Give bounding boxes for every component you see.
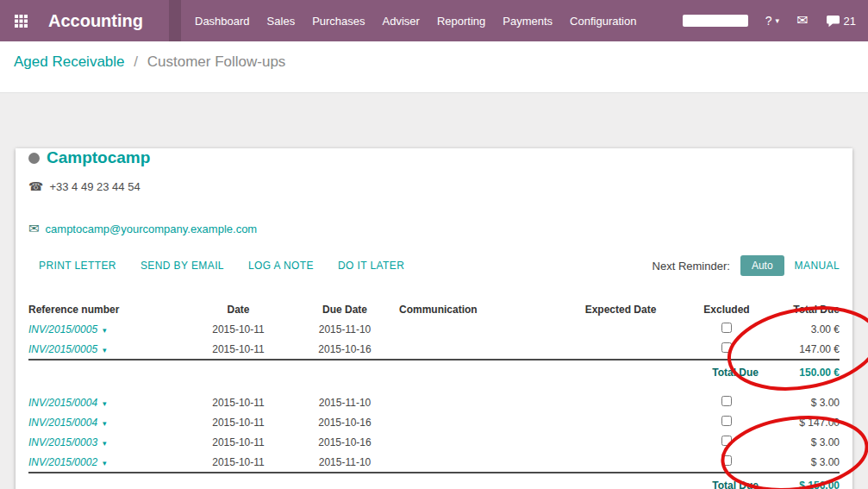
total-row-spacer	[28, 473, 690, 489]
menu-adviser[interactable]: Adviser	[374, 15, 428, 28]
invoice-ref-cell: INV/2015/0004▾	[28, 392, 181, 412]
print-letter-button[interactable]: PRINT LETTER	[39, 260, 116, 272]
invoice-date: 2015-10-11	[181, 432, 296, 452]
followup-card: Camptocamp ☎ +33 4 49 23 44 54 ✉ camptoc…	[16, 148, 852, 489]
breadcrumb-aged-receivable[interactable]: Aged Receivable	[14, 53, 125, 70]
chevron-down-icon[interactable]: ▾	[103, 326, 107, 335]
messages-indicator[interactable]: 21	[826, 15, 856, 28]
invoice-communication	[394, 339, 552, 360]
invoice-date: 2015-10-11	[181, 319, 296, 339]
invoice-row: INV/2015/0005▾2015-10-112015-11-103.00 €	[28, 319, 840, 339]
invoice-date: 2015-10-11	[181, 452, 296, 473]
invoice-excluded-cell	[690, 392, 764, 412]
menu-divider	[169, 0, 181, 41]
do-it-later-button[interactable]: DO IT LATER	[338, 260, 404, 272]
message-count: 21	[844, 15, 856, 28]
log-a-note-button[interactable]: LOG A NOTE	[248, 260, 314, 272]
invoice-expected-date	[552, 432, 690, 452]
customer-name[interactable]: Camptocamp	[47, 148, 150, 167]
invoice-communication	[394, 452, 552, 473]
invoice-expected-date	[552, 392, 690, 412]
total-due-amount: 150.00 €	[764, 360, 840, 385]
total-due-label: Total Due	[690, 473, 764, 489]
invoice-expected-date	[552, 452, 690, 473]
invoice-ref-cell: INV/2015/0004▾	[28, 412, 181, 432]
menu-sales[interactable]: Sales	[259, 15, 304, 28]
excluded-checkbox[interactable]	[721, 416, 732, 426]
invoice-ref-link[interactable]: INV/2015/0003	[28, 436, 97, 448]
invoice-row: INV/2015/0002▾2015-10-112015-11-10$ 3.00	[28, 452, 840, 473]
top-menu: Dashboard Sales Purchases Adviser Report…	[186, 15, 645, 28]
invoice-total-due: 147.00 €	[764, 339, 840, 360]
invoice-communication	[394, 319, 552, 339]
apps-menu-icon[interactable]	[0, 0, 41, 41]
menu-payments[interactable]: Payments	[494, 15, 561, 28]
content-area: Camptocamp ☎ +33 4 49 23 44 54 ✉ camptoc…	[0, 93, 868, 489]
chevron-down-icon[interactable]: ▾	[103, 399, 107, 408]
excluded-checkbox[interactable]	[721, 323, 732, 333]
topbar-search-input[interactable]	[683, 15, 748, 27]
partner-status-icon	[28, 153, 40, 164]
customer-phone: +33 4 49 23 44 54	[49, 180, 140, 193]
breadcrumb: Aged Receivable / Customer Follow-ups	[14, 53, 854, 71]
menu-reporting[interactable]: Reporting	[428, 15, 494, 28]
invoice-ref-link[interactable]: INV/2015/0004	[28, 417, 97, 429]
invoice-due-date: 2015-10-16	[296, 432, 394, 452]
breadcrumb-current: Customer Follow-ups	[147, 53, 286, 70]
excluded-checkbox[interactable]	[721, 436, 732, 446]
invoice-total-due: $ 3.00	[764, 392, 840, 412]
invoice-expected-date	[552, 319, 690, 339]
customer-header: Camptocamp	[28, 148, 840, 167]
envelope-icon: ✉	[28, 221, 40, 236]
grid-icon	[15, 15, 28, 28]
table-header-row: Reference number Date Due Date Communica…	[28, 300, 840, 319]
topbar: Accounting Dashboard Sales Purchases Adv…	[0, 0, 868, 41]
invoice-expected-date	[552, 339, 690, 360]
reminder-auto-button[interactable]: Auto	[740, 255, 784, 276]
invoice-ref-link[interactable]: INV/2015/0005	[28, 343, 97, 355]
excluded-checkbox[interactable]	[721, 455, 732, 466]
invoice-excluded-cell	[690, 319, 764, 339]
app-title[interactable]: Accounting	[48, 11, 143, 31]
invoice-ref-link[interactable]: INV/2015/0002	[28, 456, 97, 468]
email-line: ✉ camptocamp@yourcompany.example.com	[28, 221, 840, 236]
invoice-communication	[394, 412, 552, 432]
header-communication: Communication	[394, 300, 552, 319]
email-icon[interactable]: ✉	[796, 14, 808, 28]
total-row-spacer	[28, 360, 690, 385]
help-menu[interactable]: ? ▾	[765, 14, 779, 28]
excluded-checkbox[interactable]	[721, 342, 732, 353]
invoice-row: INV/2015/0005▾2015-10-112015-10-16147.00…	[28, 339, 840, 360]
send-by-email-button[interactable]: SEND BY EMAIL	[141, 260, 224, 272]
invoice-date: 2015-10-11	[181, 392, 296, 412]
invoice-ref-cell: INV/2015/0003▾	[28, 432, 181, 452]
invoice-due-date: 2015-11-10	[296, 392, 394, 412]
customer-email-link[interactable]: camptocamp@yourcompany.example.com	[46, 223, 258, 235]
total-due-label: Total Due	[690, 360, 764, 385]
invoice-total-due: 3.00 €	[764, 319, 840, 339]
chevron-down-icon[interactable]: ▾	[103, 459, 107, 467]
menu-configuration[interactable]: Configuration	[561, 15, 645, 28]
menu-purchases[interactable]: Purchases	[303, 15, 373, 28]
chevron-down-icon[interactable]: ▾	[103, 346, 107, 354]
action-links: PRINT LETTER SEND BY EMAIL LOG A NOTE DO…	[28, 260, 404, 272]
invoice-total-due: $ 3.00	[764, 452, 840, 473]
reminder-manual-button[interactable]: MANUAL	[795, 260, 840, 272]
menu-dashboard[interactable]: Dashboard	[186, 15, 259, 28]
excluded-checkbox[interactable]	[721, 396, 732, 406]
invoice-excluded-cell	[690, 432, 764, 452]
invoice-due-date: 2015-10-16	[296, 412, 394, 432]
invoice-date: 2015-10-11	[181, 339, 296, 360]
invoice-communication	[394, 392, 552, 412]
invoice-ref-link[interactable]: INV/2015/0004	[28, 397, 97, 409]
invoice-due-date: 2015-11-10	[296, 319, 394, 339]
group-spacer	[28, 385, 840, 392]
header-due-date: Due Date	[296, 300, 394, 319]
phone-icon: ☎	[28, 179, 43, 193]
next-reminder-label: Next Reminder:	[653, 260, 730, 273]
invoice-ref-link[interactable]: INV/2015/0005	[28, 323, 97, 335]
chevron-down-icon[interactable]: ▾	[103, 419, 107, 428]
chevron-down-icon[interactable]: ▾	[103, 439, 107, 448]
invoice-ref-cell: INV/2015/0005▾	[28, 339, 181, 360]
invoice-ref-cell: INV/2015/0002▾	[28, 452, 181, 473]
